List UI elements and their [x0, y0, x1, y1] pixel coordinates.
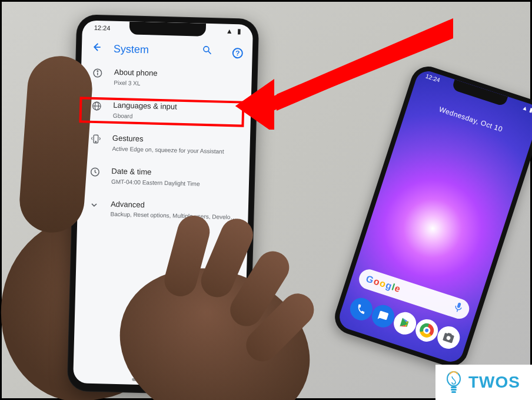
page-title: System: [114, 43, 182, 57]
phone2-time: 12:24: [425, 73, 441, 84]
lightbulb-icon: [445, 371, 463, 394]
dock-chrome-icon[interactable]: [413, 316, 441, 345]
svg-line-1: [457, 309, 458, 312]
settings-item-languages-input[interactable]: Languages & input Gboard: [79, 92, 251, 130]
dock-messages-icon[interactable]: [369, 302, 397, 330]
help-button[interactable]: ?: [232, 46, 244, 58]
app-bar: System ?: [81, 34, 252, 64]
status-icons: ▲ ▮: [224, 27, 241, 36]
status-time: 12:24: [94, 24, 111, 32]
phone1-notch: [129, 21, 207, 36]
svg-rect-0: [457, 302, 461, 308]
svg-rect-17: [451, 386, 457, 388]
dock-playstore-icon[interactable]: [391, 309, 419, 338]
battery-icon: ▮: [237, 27, 241, 35]
info-icon: [92, 67, 104, 80]
phone2-notch: [451, 80, 508, 107]
search-button[interactable]: [202, 45, 213, 58]
dock-phone-icon[interactable]: [347, 295, 375, 323]
watermark: TWOS: [435, 365, 532, 400]
mic-icon[interactable]: [452, 301, 464, 316]
chevron-down-icon: [88, 199, 101, 211]
settings-item-date-time[interactable]: Date & time GMT-04:00 Eastern Daylight T…: [78, 158, 250, 196]
svg-rect-18: [451, 389, 457, 391]
clock-icon: [89, 166, 101, 178]
svg-point-11: [95, 141, 97, 142]
svg-line-3: [208, 51, 211, 54]
thumb-left: [18, 54, 95, 235]
help-icon: ?: [232, 48, 243, 58]
svg-point-2: [204, 47, 209, 52]
svg-rect-19: [451, 391, 456, 393]
globe-icon: [91, 100, 103, 113]
settings-item-gestures[interactable]: Gestures Active Edge on, squeeze for you…: [79, 125, 250, 163]
svg-point-6: [97, 71, 98, 72]
watermark-text: TWOS: [468, 373, 520, 392]
settings-item-advanced[interactable]: Advanced Backup, Reset options, Multiple…: [77, 191, 248, 229]
back-button[interactable]: [91, 42, 102, 55]
phone-device-secondary: 12:24 ▲ ▮ Wednesday, Oct 10 Google: [330, 62, 532, 371]
settings-list: About phone Pixel 3 XL Languages & input…: [77, 59, 252, 229]
dock-camera-icon[interactable]: [434, 323, 463, 352]
settings-item-about-phone[interactable]: About phone Pixel 3 XL: [81, 59, 252, 97]
signal-icon: ▲: [226, 27, 233, 35]
phone2-screen: 12:24 ▲ ▮ Wednesday, Oct 10 Google: [336, 68, 532, 365]
gestures-icon: [90, 133, 102, 145]
phone2-status-icons: ▲ ▮: [521, 104, 532, 114]
